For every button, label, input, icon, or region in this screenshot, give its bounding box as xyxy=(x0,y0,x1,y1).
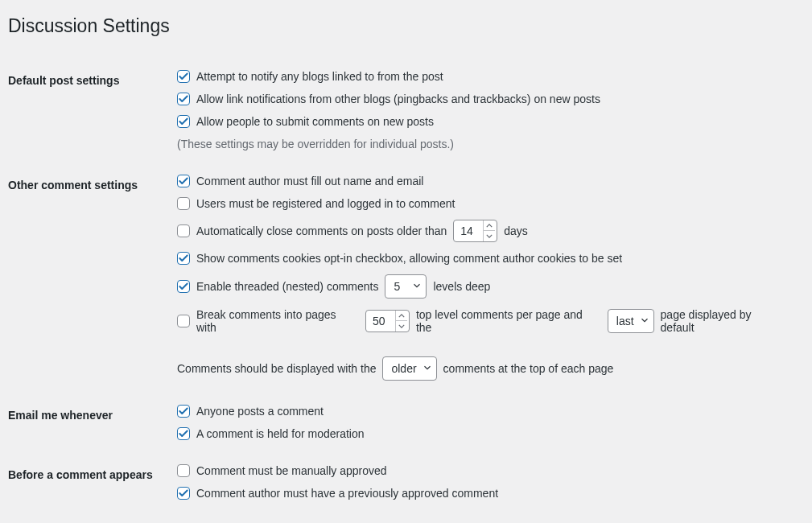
label-require-name-email: Comment author must fill out name and em… xyxy=(196,175,423,187)
input-close-comments-days[interactable]: 14 xyxy=(453,220,497,242)
label-require-registration: Users must be registered and logged in t… xyxy=(196,197,455,210)
label-manually-approved: Comment must be manually approved xyxy=(196,464,387,477)
checkbox-allow-pingbacks[interactable] xyxy=(177,93,190,105)
label-close-comments-suffix: days xyxy=(504,224,528,237)
label-threaded-prefix: Enable threaded (nested) comments xyxy=(196,280,378,293)
label-order-suffix: comments at the top of each page xyxy=(443,362,614,375)
label-previously-approved: Comment author must have a previously ap… xyxy=(196,487,498,500)
checkbox-break-pages[interactable] xyxy=(177,315,190,327)
checkbox-previously-approved[interactable] xyxy=(177,487,190,500)
section-heading-default-post: Default post settings xyxy=(8,58,169,163)
input-value: 50 xyxy=(373,315,392,327)
checkbox-held-moderation[interactable] xyxy=(177,427,190,440)
label-threaded-suffix: levels deep xyxy=(433,280,490,293)
checkbox-allow-comments[interactable] xyxy=(177,115,190,128)
page-title: Discussion Settings xyxy=(8,8,796,40)
label-allow-pingbacks: Allow link notifications from other blog… xyxy=(196,93,600,105)
label-allow-comments: Allow people to submit comments on new p… xyxy=(196,115,434,128)
input-comments-per-page[interactable]: 50 xyxy=(365,310,410,332)
label-cookies-optin: Show comments cookies opt-in checkbox, a… xyxy=(196,252,622,265)
checkbox-anyone-posts[interactable] xyxy=(177,405,190,418)
input-value: 14 xyxy=(460,224,480,237)
label-pages-prefix: Break comments into pages with xyxy=(196,308,359,334)
checkbox-cookies-optin[interactable] xyxy=(177,252,190,265)
select-value: last xyxy=(616,315,634,327)
label-notify-linked: Attempt to notify any blogs linked to fr… xyxy=(196,70,443,83)
chevron-down-icon xyxy=(411,280,422,294)
checkbox-require-registration[interactable] xyxy=(177,197,190,210)
section-heading-email-me: Email me whenever xyxy=(8,393,169,452)
select-value: 5 xyxy=(394,280,406,293)
checkbox-require-name-email[interactable] xyxy=(177,175,190,187)
checkbox-manually-approved[interactable] xyxy=(177,464,190,477)
label-held-moderation: A comment is held for moderation xyxy=(196,427,365,440)
label-close-comments-prefix: Automatically close comments on posts ol… xyxy=(196,224,447,237)
spinner-down-icon[interactable] xyxy=(396,321,407,332)
label-anyone-posts: Anyone posts a comment xyxy=(196,405,324,418)
chevron-down-icon xyxy=(639,315,650,328)
select-comment-order[interactable]: older xyxy=(382,356,436,381)
spinner-up-icon[interactable] xyxy=(484,220,495,231)
checkbox-notify-linked[interactable] xyxy=(177,70,190,83)
label-pages-suffix: page displayed by default xyxy=(661,308,788,334)
chevron-down-icon xyxy=(422,362,433,376)
checkbox-threaded-comments[interactable] xyxy=(177,280,190,293)
section-heading-other-comment: Other comment settings xyxy=(8,163,169,393)
checkbox-close-comments[interactable] xyxy=(177,224,190,237)
note-default-post: (These settings may be overridden for in… xyxy=(177,138,788,150)
select-threaded-levels[interactable]: 5 xyxy=(385,274,427,299)
section-heading-before-appears: Before a comment appears xyxy=(8,452,169,512)
select-default-page[interactable]: last xyxy=(608,309,654,333)
spinner-up-icon[interactable] xyxy=(396,311,407,321)
spinner-down-icon[interactable] xyxy=(484,231,495,241)
label-pages-mid: top level comments per page and the xyxy=(416,308,601,334)
label-order-prefix: Comments should be displayed with the xyxy=(177,362,376,375)
select-value: older xyxy=(391,362,416,375)
